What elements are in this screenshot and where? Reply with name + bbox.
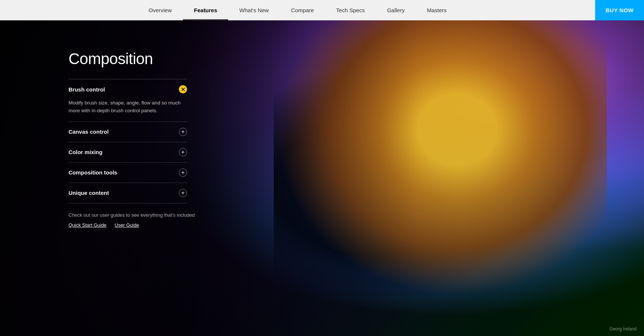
accordion-item-brush-control: Brush control✕Modify brush size, shape, … [69,79,187,122]
accordion-item-canvas-control: Canvas control+ [69,122,187,142]
guide-links-container: Quick Start GuideUser Guide [69,222,215,228]
accordion-header-canvas-control[interactable]: Canvas control+ [69,122,187,142]
accordion-label-composition-tools: Composition tools [69,169,117,176]
accordion-body-brush-control: Modify brush size, shape, angle, flow an… [69,99,187,122]
nav-links: OverviewFeaturesWhat's NewCompareTech Sp… [0,0,595,20]
hero-content: Composition Brush control✕Modify brush s… [0,20,215,336]
accordion-header-unique-content[interactable]: Unique content+ [69,183,187,203]
nav-link-tech-specs[interactable]: Tech Specs [325,0,376,20]
accordion-header-composition-tools[interactable]: Composition tools+ [69,163,187,183]
guides-description: Check out our user guides to see everyth… [69,212,215,218]
guide-link-quick-start[interactable]: Quick Start Guide [69,222,107,228]
accordion-header-color-mixing[interactable]: Color mixing+ [69,142,187,162]
page-title: Composition [69,50,215,68]
nav-link-overview[interactable]: Overview [137,0,183,20]
accordion-icon-composition-tools: + [179,169,187,177]
accordion-icon-color-mixing: + [179,148,187,156]
accordion-item-unique-content: Unique content+ [69,183,187,203]
accordion-label-unique-content: Unique content [69,190,109,196]
navigation-bar: OverviewFeaturesWhat's NewCompareTech Sp… [0,0,644,20]
buy-now-button[interactable]: BUY NOW [595,0,644,20]
accordion-item-color-mixing: Color mixing+ [69,142,187,163]
accordion-label-canvas-control: Canvas control [69,129,109,135]
accordion-header-brush-control[interactable]: Brush control✕ [69,79,187,99]
nav-link-features[interactable]: Features [183,0,228,20]
accordion-icon-brush-control: ✕ [179,85,187,93]
accordion-icon-canvas-control: + [179,128,187,136]
features-accordion: Brush control✕Modify brush size, shape, … [69,79,187,203]
nav-link-compare[interactable]: Compare [280,0,325,20]
accordion-item-composition-tools: Composition tools+ [69,163,187,183]
accordion-icon-unique-content: + [179,189,187,197]
hero-section: Composition Brush control✕Modify brush s… [0,0,644,336]
guide-link-user-guide[interactable]: User Guide [115,222,139,228]
photo-credit: Georg Ireland [610,326,637,332]
nav-link-masters[interactable]: Masters [416,0,458,20]
accordion-label-color-mixing: Color mixing [69,149,103,155]
nav-link-whats-new[interactable]: What's New [228,0,280,20]
accordion-label-brush-control: Brush control [69,86,105,93]
nav-link-gallery[interactable]: Gallery [376,0,416,20]
